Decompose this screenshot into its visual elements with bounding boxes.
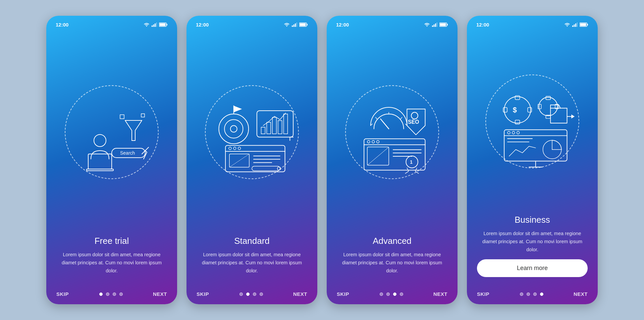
svg-rect-12 bbox=[141, 114, 145, 117]
svg-rect-49 bbox=[437, 22, 438, 27]
svg-rect-84 bbox=[528, 108, 532, 112]
signal-icon-4 bbox=[572, 22, 578, 27]
time-display-1: 12:00 bbox=[56, 22, 68, 28]
skip-button-4[interactable]: SKIP bbox=[477, 291, 489, 297]
svg-point-64 bbox=[372, 140, 375, 143]
svg-rect-74 bbox=[574, 24, 575, 27]
desc-business: Lorem ipsum dolor sit dim amet, mea regi… bbox=[477, 230, 588, 254]
svg-rect-31 bbox=[272, 117, 276, 134]
svg-line-55 bbox=[376, 117, 377, 119]
dot-2-3[interactable] bbox=[253, 292, 256, 296]
dot-4-4[interactable] bbox=[540, 292, 543, 296]
svg-rect-29 bbox=[261, 127, 265, 134]
svg-line-15 bbox=[145, 147, 149, 151]
status-icons-4 bbox=[564, 22, 588, 27]
svg-point-96 bbox=[512, 131, 515, 134]
signal-icon-2 bbox=[292, 22, 297, 27]
svg-rect-8 bbox=[88, 154, 112, 169]
svg-point-95 bbox=[507, 131, 510, 134]
svg-rect-46 bbox=[432, 25, 433, 27]
skip-button-2[interactable]: SKIP bbox=[197, 291, 209, 297]
dot-1-2[interactable] bbox=[106, 292, 109, 296]
svg-rect-22 bbox=[300, 23, 306, 26]
dot-4-3[interactable] bbox=[533, 292, 537, 296]
nav-bar-3: SKIP NEXT bbox=[327, 287, 458, 304]
learn-more-button[interactable]: Learn more bbox=[477, 259, 588, 277]
dashed-circle-1: Search bbox=[65, 85, 159, 179]
dot-3-4[interactable] bbox=[400, 292, 403, 296]
battery-icon-3 bbox=[439, 22, 448, 27]
next-button-4[interactable]: NEXT bbox=[574, 291, 588, 297]
illustration-business: $ bbox=[467, 30, 598, 209]
status-bar-4: 12:00 bbox=[467, 16, 598, 30]
skip-button-3[interactable]: SKIP bbox=[337, 291, 349, 297]
svg-point-37 bbox=[233, 147, 236, 150]
wifi-icon-2 bbox=[284, 22, 290, 27]
title-free-trial: Free trial bbox=[56, 236, 167, 246]
content-free-trial: Free trial Lorem ipsum dolor sit dim ame… bbox=[46, 230, 177, 287]
dot-4-1[interactable] bbox=[520, 292, 523, 296]
svg-rect-47 bbox=[434, 24, 435, 27]
svg-line-53 bbox=[381, 119, 389, 129]
svg-rect-0 bbox=[152, 25, 153, 27]
svg-line-40 bbox=[229, 154, 249, 167]
next-button-3[interactable]: NEXT bbox=[433, 291, 447, 297]
dot-1-3[interactable] bbox=[113, 292, 116, 296]
title-advanced: Advanced bbox=[337, 236, 447, 246]
status-bar-3: 12:00 bbox=[327, 16, 458, 30]
next-button-1[interactable]: NEXT bbox=[153, 291, 167, 297]
dot-2-2[interactable] bbox=[246, 292, 250, 296]
dot-3-3[interactable] bbox=[393, 292, 396, 296]
svg-rect-18 bbox=[295, 23, 296, 27]
illustration-standard bbox=[186, 30, 317, 230]
svg-text:1: 1 bbox=[410, 159, 413, 164]
svg-rect-73 bbox=[572, 25, 573, 27]
nav-bar-1: SKIP NEXT bbox=[46, 287, 177, 304]
svg-rect-1 bbox=[153, 24, 154, 27]
svg-point-97 bbox=[517, 131, 520, 134]
svg-rect-9 bbox=[87, 169, 113, 171]
svg-rect-30 bbox=[267, 122, 271, 134]
svg-rect-11 bbox=[120, 115, 124, 119]
advanced-illustration: SEO 1 bbox=[346, 85, 438, 179]
nav-dots-1 bbox=[99, 292, 123, 296]
nav-bar-2: SKIP NEXT bbox=[186, 287, 317, 304]
skip-button-1[interactable]: SKIP bbox=[56, 291, 69, 297]
nav-dots-3 bbox=[380, 292, 403, 296]
screen-free-trial: 12:00 bbox=[46, 16, 177, 304]
svg-rect-44 bbox=[252, 166, 280, 171]
status-icons-2 bbox=[284, 22, 308, 27]
battery-icon-2 bbox=[299, 22, 308, 27]
svg-text:$: $ bbox=[513, 106, 517, 114]
battery-icon-4 bbox=[580, 22, 588, 27]
svg-rect-76 bbox=[577, 22, 578, 27]
illustration-free-trial: Search bbox=[46, 30, 177, 230]
dashed-circle-2 bbox=[205, 85, 299, 179]
title-business: Business bbox=[477, 215, 588, 225]
svg-marker-27 bbox=[234, 106, 242, 112]
dot-4-2[interactable] bbox=[527, 292, 530, 296]
dot-1-1[interactable] bbox=[99, 292, 103, 296]
next-button-2[interactable]: NEXT bbox=[293, 291, 307, 297]
dot-3-1[interactable] bbox=[380, 292, 383, 296]
status-bar-2: 12:00 bbox=[186, 16, 317, 30]
svg-point-38 bbox=[238, 147, 241, 150]
dot-2-4[interactable] bbox=[260, 292, 263, 296]
svg-point-59 bbox=[411, 112, 418, 119]
svg-rect-16 bbox=[292, 25, 293, 27]
status-icons-3 bbox=[424, 22, 448, 27]
dot-3-2[interactable] bbox=[386, 292, 390, 296]
status-bar-1: 12:00 bbox=[46, 16, 177, 30]
dashed-circle-3: SEO 1 bbox=[345, 85, 439, 179]
signal-icon-1 bbox=[152, 22, 157, 27]
svg-point-23 bbox=[219, 114, 249, 144]
dot-2-1[interactable] bbox=[239, 292, 243, 296]
desc-standard: Lorem ipsum dolor sit dim amet, mea regi… bbox=[197, 251, 307, 275]
svg-rect-87 bbox=[546, 96, 550, 100]
dot-1-4[interactable] bbox=[119, 292, 123, 296]
svg-marker-92 bbox=[571, 114, 575, 118]
free-trial-illustration: Search bbox=[68, 89, 155, 176]
svg-rect-3 bbox=[156, 22, 157, 27]
desc-advanced: Lorem ipsum dolor sit dim amet, mea regi… bbox=[337, 251, 447, 275]
svg-point-7 bbox=[94, 135, 106, 147]
